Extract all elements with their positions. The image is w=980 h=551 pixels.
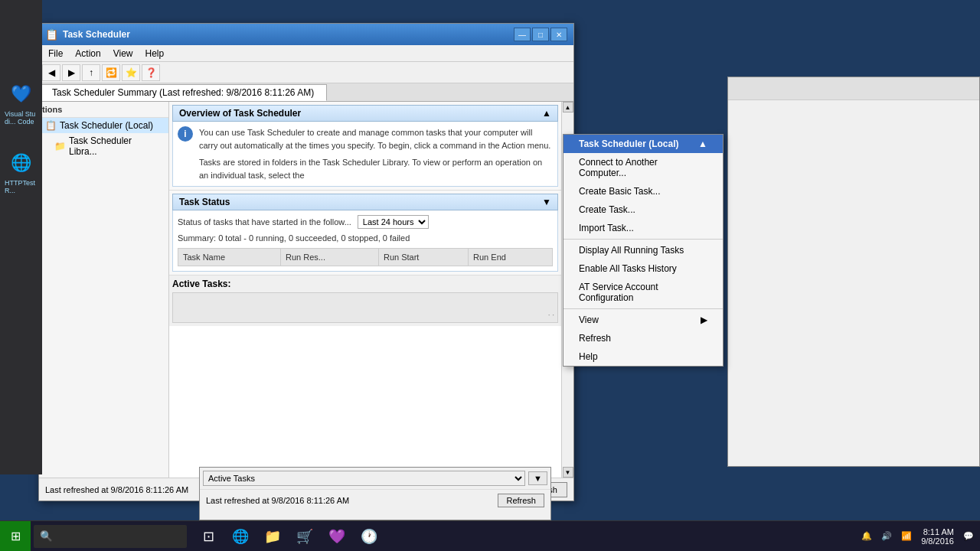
filter-select[interactable]: Last 24 hours Last Hour [358,215,429,229]
taskbar-explorer[interactable]: 📁 [257,521,288,552]
maximize-button[interactable]: □ [532,28,549,41]
menu-view[interactable]: View [107,47,139,60]
context-menu: Task Scheduler (Local) ▲ Connect to Anot… [563,134,724,367]
col-task-name: Task Name [178,248,281,266]
taskbar-search[interactable] [34,525,187,548]
taskbar-time: 8:11 AM [921,527,954,536]
context-menu-enable-history-label: Enable All Tasks History [579,263,677,274]
menu-help[interactable]: Help [139,47,171,60]
taskbar-date: 9/8/2016 [921,536,954,546]
context-menu-create-task[interactable]: Create Task... [564,201,723,219]
http-icon[interactable]: 🌐 [4,145,38,180]
context-menu-at-service-label: AT Service Account Configuration [579,282,707,303]
context-menu-create-basic[interactable]: Create Basic Task... [564,182,723,201]
vs-icon[interactable]: 💙 [4,77,38,111]
active-tasks-refresh-btn[interactable]: Refresh [498,494,544,507]
vs-window: 💙 Visual Studi... Code 🌐 HTTPTestR... [0,0,42,474]
scroll-down-btn[interactable]: ▼ [563,467,573,478]
info-icon: i [178,126,193,142]
toolbar-btn1[interactable]: 🔁 [102,64,120,81]
task-table-header-row: Task Name Run Res... Run Start Run End [178,248,553,266]
active-tasks-footer-text: Last refreshed at 9/8/2016 8:11:26 AM [206,496,349,505]
titlebar-controls: — □ ✕ [514,28,567,41]
toolbar: ◀ ▶ ↑ 🔁 ⭐ ❓ [39,62,573,83]
sidebar-item-local[interactable]: 📋 Task Scheduler (Local) [39,118,168,133]
toolbar-forward[interactable]: ▶ [62,64,80,81]
context-menu-connect[interactable]: Connect to Another Computer... [564,153,723,182]
context-menu-connect-label: Connect to Another Computer... [579,157,707,178]
toolbar-btn3[interactable]: ❓ [142,64,160,81]
task-status-collapse-icon: ▼ [542,197,551,207]
context-menu-at-service[interactable]: AT Service Account Configuration [564,278,723,307]
context-menu-view[interactable]: View ▶ [564,311,723,329]
context-menu-view-label: View [579,315,599,325]
taskbar-network-icon[interactable]: 📶 [901,531,912,541]
context-menu-help-label: Help [579,351,598,362]
taskbar-vs[interactable]: 💜 [322,521,352,552]
menubar: File Action View Help [39,45,573,62]
main-panel: Overview of Task Scheduler ▲ i You can u… [169,102,561,478]
vs-label: Visual Studi... Code [2,107,42,129]
taskbar-taskscheduler-pinned[interactable]: 🕐 [354,521,384,552]
task-status-section: Task Status ▼ Status of tasks that have … [169,191,561,275]
active-tasks-section: Active Tasks: · · [169,275,561,326]
start-button[interactable]: ⊞ [0,521,31,552]
taskbar-task-view[interactable]: ⊡ [193,521,224,552]
active-tasks-bottom-panel: Active Tasks ▼ Last refreshed at 9/8/201… [199,467,551,520]
menu-action[interactable]: Action [69,47,106,60]
bottom-refresh-text: Last refreshed at 9/8/2016 8:11:26 AM [45,485,188,494]
titlebar-title: Task Scheduler [63,29,130,40]
tab-bar: Task Scheduler Summary (Last refreshed: … [39,83,573,102]
active-tasks-expand-btn[interactable]: ▼ [528,471,547,485]
active-tasks-hint: · · [548,311,554,319]
summary-text: Summary: 0 total - 0 running, 0 succeede… [178,232,553,245]
taskbar-icons: ⊡ 🌐 📁 🛒 💜 🕐 [193,521,384,552]
context-menu-import-label: Import Task... [579,223,634,233]
titlebar-icon: 📋 [45,28,58,41]
active-tasks-select-row: Active Tasks ▼ [200,468,550,489]
active-tasks-dropdown[interactable]: Active Tasks [203,471,525,486]
active-tasks-header: Active Tasks: [172,279,558,289]
context-menu-refresh-label: Refresh [579,333,611,344]
toolbar-btn2[interactable]: ⭐ [122,64,140,81]
context-menu-enable-history[interactable]: Enable All Tasks History [564,259,723,278]
context-menu-title[interactable]: Task Scheduler (Local) ▲ [564,135,723,153]
menu-file[interactable]: File [42,47,69,60]
task-scheduler-window: 📋 Task Scheduler — □ ✕ File Action View … [38,23,574,501]
taskbar-volume-icon[interactable]: 🔊 [881,531,892,541]
context-menu-create-basic-label: Create Basic Task... [579,186,661,197]
context-menu-help[interactable]: Help [564,347,723,366]
context-menu-display-running-label: Display All Running Tasks [579,245,684,256]
context-menu-display-running[interactable]: Display All Running Tasks [564,241,723,259]
toolbar-back[interactable]: ◀ [42,64,60,81]
close-button[interactable]: ✕ [550,28,567,41]
scroll-up-btn[interactable]: ▲ [563,102,573,112]
task-table-head: Task Name Run Res... Run Start Run End [178,248,553,266]
col-run-end: Run End [469,248,553,266]
toolbar-up[interactable]: ↑ [82,64,100,81]
minimize-button[interactable]: — [514,28,531,41]
taskbar-notification-icon[interactable]: 🔔 [861,531,872,541]
sidebar-local-label: Task Scheduler (Local) [60,120,153,131]
taskbar-right: 🔔 🔊 📶 8:11 AM 9/8/2016 💬 [861,527,980,546]
taskbar-action-center[interactable]: 💬 [963,531,974,541]
taskbar-store[interactable]: 🛒 [289,521,320,552]
task-status-header-label: Task Status [179,197,230,207]
taskbar: ⊞ ⊡ 🌐 📁 🛒 💜 🕐 🔔 🔊 📶 8:11 AM 9/8/2016 💬 [0,520,980,551]
overview-header[interactable]: Overview of Task Scheduler ▲ [172,105,558,122]
secondary-panel-header [728,77,979,100]
taskbar-edge[interactable]: 🌐 [225,521,256,552]
active-tasks-footer: Last refreshed at 9/8/2016 8:11:26 AM Re… [200,489,550,510]
overview-text-1: You can use Task Scheduler to create and… [199,126,553,152]
sidebar: tions 📋 Task Scheduler (Local) 📁 Task Sc… [39,102,169,478]
context-menu-title-label: Task Scheduler (Local) [579,139,678,149]
tab-summary[interactable]: Task Scheduler Summary (Last refreshed: … [39,84,327,101]
context-menu-sep1 [564,239,723,240]
filter-row: Status of tasks that have started in the… [178,215,553,229]
context-menu-create-task-label: Create Task... [579,204,635,215]
overview-inner: i You can use Task Scheduler to create a… [178,126,553,181]
sidebar-item-library[interactable]: 📁 Task Scheduler Libra... [39,133,168,159]
context-menu-refresh[interactable]: Refresh [564,329,723,347]
context-menu-import[interactable]: Import Task... [564,219,723,237]
task-status-header[interactable]: Task Status ▼ [172,194,558,210]
